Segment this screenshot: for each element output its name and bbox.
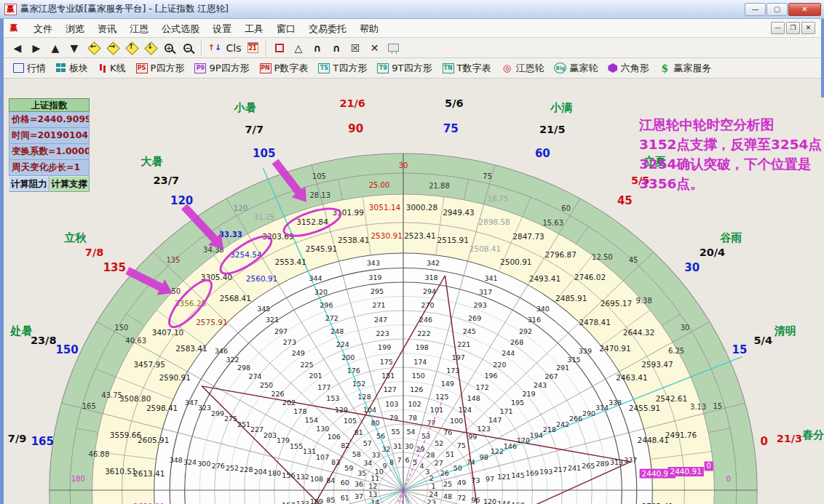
close-button[interactable]: ✕ (788, 3, 821, 16)
zoom-in-button[interactable]: + (160, 40, 178, 56)
pan-right-button[interactable]: → (103, 40, 121, 56)
wheel-number: 323 (198, 404, 211, 412)
free-select-button[interactable]: ✕ (365, 40, 383, 56)
wheel-number: 172 (476, 383, 489, 391)
solar-term-label: 春分 (801, 428, 824, 441)
mdi-restore-button[interactable]: ❐ (786, 22, 800, 34)
square-tool-button[interactable] (271, 40, 288, 56)
solar-term-label: 大暑 (140, 155, 162, 168)
view-button-8[interactable]: TNT数字表 (443, 62, 491, 75)
degree-ring-label: 150 (114, 324, 128, 332)
wheel-number: 347 (185, 399, 198, 407)
triangle-tool-button[interactable]: △ (290, 40, 307, 56)
wheel-number: 59 (344, 464, 353, 472)
wheel-number: 202 (282, 399, 296, 407)
cls-button[interactable]: Cls (225, 40, 242, 56)
screen-button[interactable] (384, 40, 402, 56)
calendar-button[interactable]: 21 (244, 40, 261, 56)
price-label-inner: 2500.91 (500, 257, 531, 266)
wheel-number: 156 (282, 471, 295, 479)
next-button[interactable]: ▶ (28, 40, 45, 56)
axis-range-button[interactable]: ↑↓ (206, 40, 223, 56)
down-triangle-button[interactable]: ▼ (66, 40, 83, 56)
mdi-close-button[interactable]: ✕ (801, 22, 815, 34)
menu-item-1[interactable]: 浏览 (59, 21, 91, 36)
wheel-number: 36 (354, 480, 363, 488)
price-label-outer: 3407.10 (152, 328, 183, 337)
wheel-number: 320 (314, 287, 328, 295)
wheel-number: 168 (512, 501, 525, 504)
menu-item-3[interactable]: 江恩 (123, 21, 155, 36)
up-triangle-button[interactable]: ▲ (47, 40, 64, 56)
box-teal-icon: TN (443, 63, 454, 73)
view-button-1[interactable]: 板块 (56, 62, 88, 75)
menu-item-0[interactable]: 文件 (27, 21, 59, 36)
solar-term-label: 处暑 (9, 324, 32, 337)
calc-support-button[interactable]: 计算支撑 (49, 176, 90, 192)
menu-item-5[interactable]: 设置 (206, 21, 238, 36)
menu-item-6[interactable]: 工具 (238, 21, 270, 36)
wheel-number: 61 (341, 494, 349, 502)
wheel-number: 50 (453, 464, 462, 472)
menu-item-4[interactable]: 公式选股 (155, 21, 206, 36)
mdi-minimize-button[interactable]: — (771, 22, 785, 34)
wheel-number: 224 (336, 340, 349, 348)
box-x-button[interactable]: ☒ (346, 40, 364, 56)
date-row: 时间=20190104 (9, 128, 90, 144)
wheel-number: 246 (419, 316, 432, 324)
wheel-number: 14 (371, 498, 379, 504)
view-label: 9P四方形 (209, 62, 249, 75)
price-label-outer: 2847.73 (512, 232, 544, 241)
view-button-6[interactable]: TST四方形 (318, 62, 367, 75)
wheel-number: 99 (468, 433, 477, 441)
maximize-button[interactable]: ▢ (766, 3, 788, 16)
pan-up-button[interactable]: ↑ (122, 40, 140, 56)
view-button-3[interactable]: PSP四方形 (136, 62, 185, 75)
solar-term-label: 小暑 (234, 101, 256, 114)
wheel-number: 144 (497, 500, 510, 504)
wheel-number: 152 (352, 380, 365, 388)
prev-button[interactable]: ◀ (9, 40, 26, 56)
view-button-2[interactable]: K线 (98, 62, 126, 75)
zoom-out-button[interactable]: − (179, 40, 197, 56)
price-label-outer: 2949.43 (443, 208, 474, 217)
menu-item-2[interactable]: 资讯 (91, 21, 123, 36)
percent-label: 12.50 (592, 253, 613, 261)
wheel-number: 291 (556, 364, 569, 372)
menu-item-9[interactable]: 帮助 (353, 21, 385, 36)
view-button-0[interactable]: 行情 (13, 62, 46, 75)
wheel-number: 153 (326, 394, 339, 402)
price-label-inner: 2605.91 (138, 436, 169, 444)
wheel-number: 130 (316, 425, 329, 433)
toolbar-views: 行情板块K线PSP四方形P99P四方形PNP数字表TST四方形T99T四方形TN… (4, 58, 821, 79)
view-label: 行情 (27, 62, 46, 75)
wheel-number: 250 (260, 381, 273, 389)
wheel-number: 228 (239, 465, 253, 473)
price-label-outer: 3457.95 (133, 360, 165, 369)
menu-item-8[interactable]: 交易委托 (302, 21, 353, 36)
view-button-12[interactable]: $赢家服务 (659, 62, 711, 75)
pan-left-button[interactable]: ← (84, 40, 102, 56)
wheel-number: 57 (363, 439, 372, 447)
wheel-number: 58 (352, 450, 361, 458)
menu-item-7[interactable]: 窗口 (270, 21, 302, 36)
view-button-9[interactable]: ◎江恩轮 (501, 62, 544, 75)
price-label-inner: 2485.91 (555, 294, 587, 303)
arc-left-button[interactable]: ∩ (309, 40, 326, 56)
view-button-10[interactable]: Big赢家轮 (554, 62, 598, 75)
wheel-number: 33 (372, 451, 381, 459)
wheel-number: 220 (493, 361, 506, 369)
arc-right-button[interactable]: ∩ (328, 40, 345, 56)
view-button-5[interactable]: PNP数字表 (260, 62, 309, 75)
wheel-number: 204 (254, 468, 267, 476)
minimize-button[interactable]: — (745, 3, 766, 16)
view-button-11[interactable]: 六角形 (608, 62, 649, 75)
pan-down-button[interactable]: ↓ (141, 40, 159, 56)
instrument-title: 上证指数 (9, 98, 90, 112)
app-logo-icon: 赢 (4, 4, 17, 15)
wheel-number: 196 (484, 372, 497, 380)
calc-resistance-button[interactable]: 计算阻力 (9, 176, 49, 192)
view-button-4[interactable]: P99P四方形 (194, 62, 249, 75)
view-button-7[interactable]: T99T四方形 (377, 62, 432, 75)
wheel-number: 270 (421, 301, 434, 309)
